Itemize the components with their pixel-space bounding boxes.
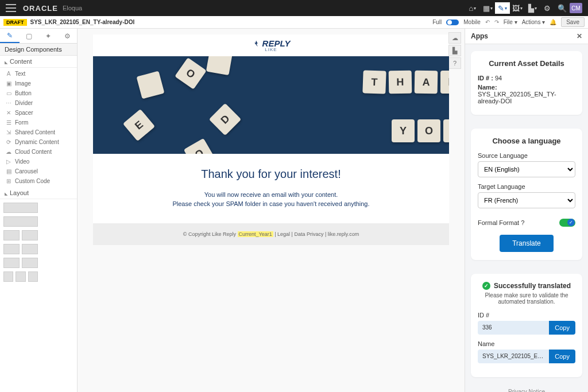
save-button[interactable]: Save xyxy=(561,17,585,27)
logo-icon xyxy=(252,40,260,48)
formal-label: Formal Format ? xyxy=(478,219,524,226)
image-icon[interactable]: 🖼▾ xyxy=(510,2,525,14)
component-label: Image xyxy=(15,80,31,87)
canvas: ☁ ▙ ? REPLY LIKE O E D O xyxy=(78,29,465,392)
component-icon: ▤ xyxy=(6,168,11,174)
mobile-label: Mobile xyxy=(463,19,480,25)
home-icon[interactable]: ⌂▾ xyxy=(465,2,480,14)
component-label: Shared Content xyxy=(15,129,55,135)
privacy-link[interactable]: Privacy Notice xyxy=(465,384,588,392)
component-label: Custom Code xyxy=(15,178,50,184)
component-custom-code[interactable]: ⊞Custom Code xyxy=(0,176,77,186)
hamburger-icon[interactable] xyxy=(6,4,16,12)
grid-icon[interactable]: ▦▾ xyxy=(480,2,495,14)
tab-cube[interactable]: ▢ xyxy=(20,29,39,43)
component-label: Video xyxy=(15,158,29,165)
sidebar-heading: Design Components xyxy=(0,44,77,56)
component-icon: ✕ xyxy=(6,110,11,116)
source-language-select[interactable]: EN (English) xyxy=(478,161,575,177)
email-footer: © Copyright Like Reply Current_Year1 | L… xyxy=(93,223,449,245)
layout-2col[interactable] xyxy=(3,258,38,268)
component-divider[interactable]: ⋯Divider xyxy=(0,98,77,108)
file-menu[interactable]: File ▾ xyxy=(504,19,517,25)
layout-3col[interactable] xyxy=(3,271,38,282)
component-label: Button xyxy=(15,90,32,96)
asset-bar: DRAFT SYS_LKR_202105_EN_TY-already-DOI F… xyxy=(0,16,588,29)
chart-icon[interactable]: ▙▾ xyxy=(525,2,540,14)
component-label: Dynamic Content xyxy=(15,139,59,145)
translate-button[interactable]: Translate xyxy=(500,235,554,252)
tab-wand[interactable]: ✦ xyxy=(38,29,58,43)
component-icon: ▷ xyxy=(6,158,11,165)
out-id-value: 336 xyxy=(478,321,549,335)
component-cloud-content[interactable]: ☁Cloud Content xyxy=(0,147,77,157)
tab-settings[interactable]: ⚙ xyxy=(58,29,78,43)
out-name-label: Name xyxy=(478,340,575,347)
out-id-label: ID # xyxy=(478,312,575,319)
copy-name-button[interactable]: Copy xyxy=(549,350,575,363)
result-card: ✓ Successfully translated Please make su… xyxy=(471,274,582,377)
email-body: REPLY LIKE O E D O T H A N Y O U xyxy=(93,34,449,245)
language-card: Choose a language Source Language EN (En… xyxy=(471,129,582,260)
details-title: Current Asset Details xyxy=(478,59,575,68)
dynamic-year: Current_Year1 xyxy=(238,231,273,237)
layout-2col[interactable] xyxy=(3,230,38,240)
component-label: Text xyxy=(15,71,25,77)
component-carousel[interactable]: ▤Carousel xyxy=(0,166,77,176)
formal-toggle[interactable] xyxy=(559,219,575,227)
source-label: Source Language xyxy=(478,152,575,159)
component-video[interactable]: ▷Video xyxy=(0,157,77,166)
tab-components[interactable]: ✎ xyxy=(0,29,20,43)
component-label: Carousel xyxy=(15,168,38,174)
component-icon: ⟳ xyxy=(6,139,11,145)
actions-menu[interactable]: Actions ▾ xyxy=(522,19,546,25)
search-icon[interactable]: 🔍 xyxy=(555,2,570,14)
layout-section[interactable]: Layout xyxy=(0,187,77,199)
redo-icon[interactable]: ↷ xyxy=(494,19,499,25)
target-language-select[interactable]: FR (French) xyxy=(478,192,575,208)
body-line2: Please check your SPAM folder in case yo… xyxy=(105,200,438,207)
edit-icon[interactable]: ✎▾ xyxy=(495,2,510,14)
top-nav: ORACLE Eloqua ⌂▾ ▦▾ ✎▾ 🖼▾ ▙▾ ⚙ 🔍 CM xyxy=(0,0,588,16)
out-name-value: SYS_LKR_202105_EN_TY-already-DOI xyxy=(478,350,549,363)
target-label: Target Language xyxy=(478,183,575,190)
cloud-icon[interactable]: ☁ xyxy=(448,32,461,44)
brand-label: ORACLE xyxy=(23,4,58,13)
success-hint: Please make sure to validate the automat… xyxy=(478,292,575,305)
hero-image: O E D O T H A N Y O U xyxy=(93,56,449,154)
copy-id-button[interactable]: Copy xyxy=(549,321,575,335)
component-form[interactable]: ☰Form xyxy=(0,118,77,127)
asset-name: SYS_LKR_202105_EN_TY-already-DOI xyxy=(30,19,135,25)
component-shared-content[interactable]: ⇲Shared Content xyxy=(0,127,77,137)
component-text[interactable]: AText xyxy=(0,69,77,79)
component-icon: A xyxy=(6,71,11,77)
component-dynamic-content[interactable]: ⟳Dynamic Content xyxy=(0,137,77,147)
content-section[interactable]: Content xyxy=(0,56,77,68)
close-icon[interactable]: ✕ xyxy=(577,32,582,40)
gear-icon[interactable]: ⚙ xyxy=(540,2,555,14)
component-label: Divider xyxy=(15,100,33,106)
layout-1col[interactable] xyxy=(3,203,38,213)
component-icon: ⊞ xyxy=(6,178,11,184)
apps-panel: Apps ✕ Current Asset Details ID # : 94 N… xyxy=(465,29,588,392)
component-button[interactable]: ▭Button xyxy=(0,88,77,98)
asset-details-card: Current Asset Details ID # : 94 Name: SY… xyxy=(471,51,582,115)
component-image[interactable]: ▣Image xyxy=(0,79,77,88)
layout-1col[interactable] xyxy=(3,216,38,227)
stats-icon[interactable]: ▙ xyxy=(448,45,461,56)
help-icon[interactable]: ? xyxy=(448,57,461,69)
component-icon: ▣ xyxy=(6,80,11,87)
view-toggle[interactable] xyxy=(446,20,459,25)
bell-icon[interactable]: 🔔 xyxy=(550,19,556,25)
asset-name-value: SYS_LKR_202105_EN_TY-already-DOI xyxy=(478,91,556,104)
component-icon: ☰ xyxy=(6,119,11,126)
component-icon: ⇲ xyxy=(6,129,11,135)
sidebar-tabs: ✎ ▢ ✦ ⚙ xyxy=(0,29,77,44)
component-spacer[interactable]: ✕Spacer xyxy=(0,108,77,118)
layout-2col[interactable] xyxy=(3,244,38,254)
headline: Thank you for your interest! xyxy=(105,168,438,181)
undo-icon[interactable]: ↶ xyxy=(485,19,490,25)
body-line1: You will now receive an email with your … xyxy=(105,191,438,198)
user-badge[interactable]: CM xyxy=(570,3,582,13)
component-label: Spacer xyxy=(15,110,33,116)
